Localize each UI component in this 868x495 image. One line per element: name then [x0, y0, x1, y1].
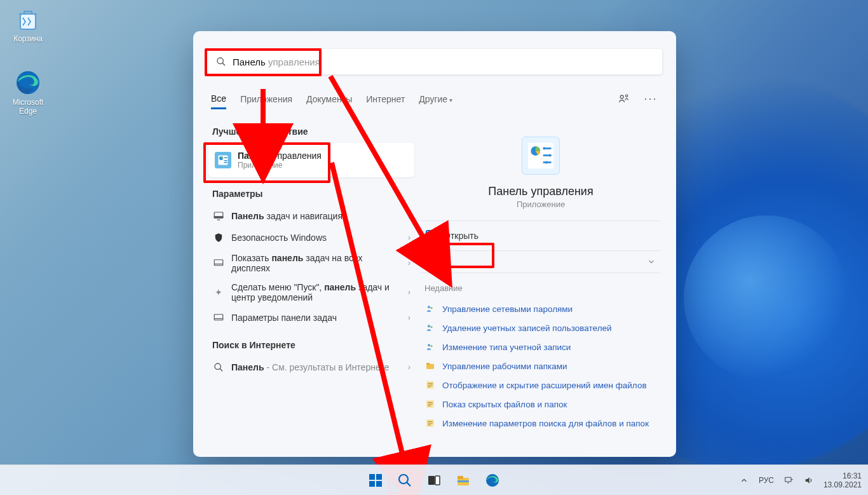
tab-docs[interactable]: Документы [306, 94, 352, 108]
monitor-icon [212, 210, 225, 222]
tab-all[interactable]: Все [211, 93, 226, 109]
tray-overflow-icon[interactable] [738, 475, 750, 486]
svg-point-29 [430, 307, 432, 309]
svg-point-27 [545, 161, 548, 164]
search-input[interactable]: Панель управления [207, 49, 662, 74]
recycle-bin-label: Корзина [4, 34, 52, 43]
taskbar-center [363, 468, 505, 492]
setting-row-security[interactable]: Безопасность Windows › [208, 227, 414, 248]
recents-heading: Недавние [424, 283, 657, 293]
expand-toggle[interactable] [421, 250, 661, 273]
chevron-right-icon: › [408, 212, 410, 220]
setting-row-all-displays[interactable]: Показать панель задач на всех дисплеях › [208, 248, 414, 278]
search-icon [216, 57, 226, 67]
svg-rect-8 [224, 158, 227, 159]
tab-more[interactable]: Другие▾ [419, 94, 452, 108]
chevron-right-icon: › [408, 313, 410, 322]
svg-rect-42 [428, 403, 433, 404]
wallpaper-bloom-2 [684, 215, 849, 381]
recent-network-passwords[interactable]: Управление сетевыми паролями [421, 299, 661, 318]
control-panel-icon [215, 152, 231, 168]
setting-row-start-taskbar[interactable]: ✦ Сделать меню "Пуск", панель задач и це… [208, 278, 414, 307]
svg-rect-9 [224, 160, 227, 161]
setting-row-taskbar-nav[interactable]: Панель задач и навигация › [208, 205, 414, 227]
best-match-item[interactable]: Панель управления Приложение [208, 143, 414, 177]
svg-point-55 [399, 475, 408, 484]
svg-point-5 [626, 95, 628, 97]
users-icon [424, 341, 436, 353]
open-button[interactable]: ↗ Открыть [421, 221, 661, 250]
recycle-bin[interactable]: Корзина [4, 5, 52, 43]
svg-rect-16 [214, 315, 223, 320]
svg-rect-60 [458, 476, 463, 479]
volume-icon[interactable] [803, 475, 815, 486]
open-icon: ↗ [426, 230, 437, 241]
setting-row-taskbar-settings[interactable]: Параметры панели задач › [208, 307, 414, 329]
preview-title: Панель управления [421, 185, 661, 198]
chevron-right-icon: › [408, 288, 410, 297]
recent-delete-accounts[interactable]: Удаление учетных записей пользователей [421, 318, 661, 337]
svg-point-33 [430, 345, 432, 347]
best-match-heading: Лучшее соответствие [212, 126, 410, 137]
network-icon[interactable] [783, 475, 794, 486]
svg-rect-54 [376, 481, 382, 487]
recent-change-account-type[interactable]: Изменение типа учетной записи [421, 337, 661, 356]
users-icon [424, 303, 436, 315]
svg-rect-53 [369, 481, 375, 487]
web-search-row[interactable]: Панель - См. результаты в Интернете › [208, 356, 414, 378]
svg-rect-41 [428, 402, 433, 403]
chevron-right-icon: › [408, 259, 410, 268]
microsoft-edge[interactable]: Microsoft Edge [4, 69, 52, 116]
svg-rect-51 [369, 474, 375, 480]
search-icon [212, 361, 225, 374]
chevron-down-icon: ▾ [449, 97, 452, 104]
svg-point-4 [620, 95, 623, 98]
monitor-icon [212, 257, 225, 269]
svg-rect-61 [458, 480, 469, 482]
svg-rect-38 [428, 384, 433, 385]
svg-rect-57 [428, 476, 435, 485]
start-button[interactable] [363, 468, 388, 492]
options-icon [424, 417, 436, 429]
search-panel: Панель управления Все Приложения Докумен… [193, 31, 676, 457]
shield-icon [212, 231, 225, 244]
tab-apps[interactable]: Приложения [240, 94, 292, 108]
folder-icon [424, 360, 436, 372]
clock[interactable]: 16:31 13.09.2021 [824, 471, 862, 489]
task-view-button[interactable] [422, 468, 446, 492]
search-typed: Панель [233, 57, 266, 67]
tab-web[interactable]: Интернет [366, 94, 405, 108]
options-icon [424, 398, 436, 410]
preview-sub: Приложение [421, 200, 661, 209]
recent-show-extensions[interactable]: Отображение и скрытие расширений имен фа… [421, 376, 661, 395]
svg-point-31 [430, 326, 432, 328]
svg-point-23 [543, 147, 545, 150]
svg-point-30 [428, 325, 430, 327]
svg-rect-39 [428, 386, 431, 387]
taskbar-search-button[interactable] [393, 468, 417, 492]
svg-rect-37 [428, 383, 433, 384]
recent-hidden-files[interactable]: Показ скрытых файлов и папок [421, 395, 661, 414]
svg-point-18 [215, 363, 220, 369]
control-panel-large-icon [522, 137, 560, 175]
search-text: Панель управления [233, 57, 320, 67]
options-icon [424, 379, 436, 391]
edge-label: Microsoft Edge [4, 98, 52, 116]
file-explorer-button[interactable] [451, 468, 475, 492]
svg-rect-12 [214, 217, 223, 218]
svg-point-32 [428, 344, 430, 346]
edge-button[interactable] [480, 468, 505, 492]
recent-work-folders[interactable]: Управление рабочими папками [421, 356, 661, 376]
language-indicator[interactable]: РУС [759, 476, 774, 485]
panel-actions: ··· [616, 91, 658, 106]
svg-rect-10 [224, 162, 227, 163]
results-left: Лучшее соответствие Панель управления Пр… [208, 126, 414, 378]
filter-tabs: Все Приложения Документы Интернет Другие… [211, 93, 658, 109]
account-icon[interactable] [616, 91, 632, 106]
svg-rect-0 [20, 14, 36, 29]
svg-line-3 [222, 63, 225, 65]
recent-search-options[interactable]: Изменение параметров поиска для файлов и… [421, 414, 661, 433]
more-icon[interactable]: ··· [643, 91, 658, 106]
desktop: Корзина Microsoft Edge Панель управления… [0, 0, 868, 495]
svg-rect-52 [376, 474, 382, 480]
